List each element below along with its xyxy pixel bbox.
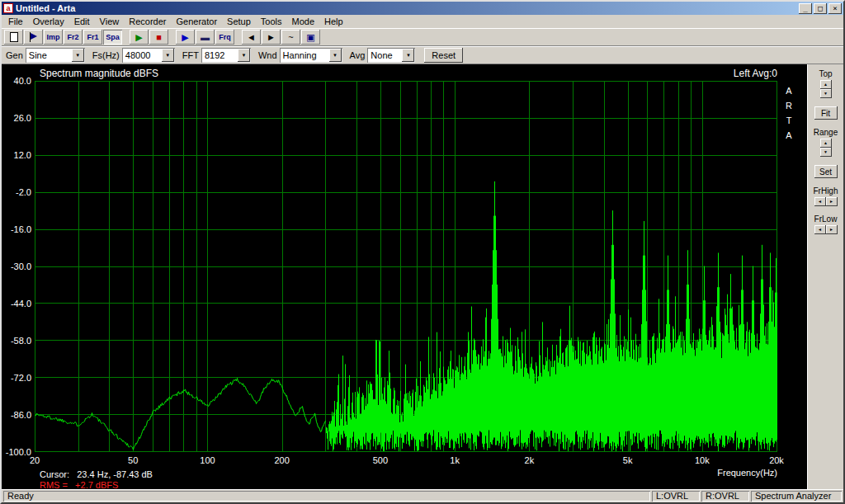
- top-up-button[interactable]: ▲: [820, 80, 832, 89]
- fft-select-value: 8192: [201, 50, 237, 60]
- frlow-label: FrLow: [814, 214, 838, 224]
- x-tick-label: 100: [200, 455, 215, 465]
- flag-icon: [29, 32, 38, 42]
- fft-label: FFT: [182, 50, 199, 60]
- title-bar[interactable]: a Untitled - Arta _ □ ×: [2, 2, 843, 15]
- wnd-label: Wnd: [258, 50, 277, 60]
- overlay-window-button[interactable]: ▣: [301, 30, 320, 45]
- y-tick-label: 26.0: [2, 113, 31, 123]
- minimize-button[interactable]: _: [799, 3, 812, 14]
- avg-select-value: None: [367, 50, 401, 60]
- frhigh-left-button[interactable]: ◄: [814, 197, 826, 206]
- x-tick-label: 50: [128, 455, 138, 465]
- menu-file[interactable]: File: [3, 16, 28, 27]
- y-tick-label: -100.0: [2, 447, 31, 457]
- wave-view-button[interactable]: ~: [281, 30, 300, 45]
- gen-stop-button[interactable]: ▬: [196, 30, 215, 45]
- menu-edit[interactable]: Edit: [69, 16, 95, 27]
- generate-button[interactable]: ▶: [176, 30, 195, 45]
- app-icon: a: [3, 3, 13, 13]
- y-tick-label: 40.0: [2, 76, 31, 86]
- frhigh-right-button[interactable]: ►: [826, 197, 838, 206]
- menu-mode[interactable]: Mode: [286, 16, 319, 27]
- y-tick-label: -44.0: [2, 299, 31, 309]
- menu-view[interactable]: View: [95, 16, 125, 27]
- menu-help[interactable]: Help: [319, 16, 348, 27]
- play-button[interactable]: ▶: [130, 30, 149, 45]
- right-control-panel: Top ▲ ▼ Fit Range ▲ ▼ Set FrHigh ◄ ► FrL…: [807, 64, 843, 489]
- marker-left-button[interactable]: ◄: [242, 30, 261, 45]
- x-tick-label: 500: [373, 455, 388, 465]
- settings-toolbar: Gen Sine ▼ Fs(Hz) 48000 ▼ FFT 8192 ▼ Wnd…: [2, 46, 843, 64]
- frhigh-spinner: ◄ ►: [814, 197, 838, 206]
- avg-select[interactable]: None ▼: [367, 48, 415, 63]
- gen-label: Gen: [6, 50, 23, 60]
- set-button[interactable]: Set: [814, 165, 838, 178]
- y-tick-label: -30.0: [2, 261, 31, 271]
- range-up-button[interactable]: ▲: [820, 139, 832, 148]
- imp-mode-button[interactable]: Imp: [44, 30, 63, 45]
- status-mode: Spectrum Analyzer: [751, 491, 842, 502]
- freq-counter-button[interactable]: Frq: [215, 30, 234, 45]
- marker-right-button[interactable]: ►: [262, 30, 281, 45]
- fit-button[interactable]: Fit: [814, 106, 838, 120]
- menu-recorder[interactable]: Recorder: [124, 16, 171, 27]
- maximize-button[interactable]: □: [814, 3, 827, 14]
- spectrum-plot[interactable]: [35, 81, 777, 452]
- generator-flag-button[interactable]: [24, 30, 43, 45]
- fr2-mode-button[interactable]: Fr2: [64, 30, 83, 45]
- frlow-left-button[interactable]: ◄: [814, 225, 826, 234]
- gen-select-value: Sine: [26, 50, 71, 60]
- frlow-right-button[interactable]: ►: [826, 225, 838, 234]
- status-message: Ready: [3, 491, 650, 502]
- range-spinner: ▲ ▼: [820, 139, 832, 157]
- reset-button[interactable]: Reset: [424, 48, 463, 63]
- range-down-button[interactable]: ▼: [820, 148, 832, 157]
- status-bar: Ready L:OVRL R:OVRL Spectrum Analyzer: [2, 489, 843, 502]
- y-tick-label: -72.0: [2, 373, 31, 383]
- fs-select[interactable]: 48000 ▼: [122, 48, 175, 63]
- plot-channel-info: Left Avg:0: [579, 68, 777, 79]
- window-title: Untitled - Arta: [16, 3, 797, 13]
- gen-select-arrow-icon[interactable]: ▼: [72, 49, 84, 62]
- range-label: Range: [814, 128, 838, 137]
- plot-title: Spectrum magnitude dBFS: [40, 68, 158, 79]
- fs-select-arrow-icon[interactable]: ▼: [162, 49, 174, 62]
- menu-overlay[interactable]: Overlay: [28, 16, 69, 27]
- menu-generator[interactable]: Generator: [172, 16, 223, 27]
- spa-mode-button[interactable]: Spa: [103, 30, 122, 45]
- fft-select-arrow-icon[interactable]: ▼: [238, 49, 250, 62]
- cursor-readout: Cursor: 23.4 Hz, -87.43 dB: [40, 469, 153, 479]
- wnd-select[interactable]: Hanning ▼: [280, 48, 342, 63]
- wnd-select-arrow-icon[interactable]: ▼: [329, 49, 342, 62]
- menu-bar: FileOverlayEditViewRecorderGeneratorSetu…: [2, 15, 843, 28]
- y-tick-label: -16.0: [2, 224, 31, 234]
- close-button[interactable]: ×: [828, 3, 842, 14]
- fs-label: Fs(Hz): [92, 50, 120, 60]
- rms-readout: RMS = +2.7 dBFS: [40, 480, 118, 490]
- page-icon: [10, 32, 18, 42]
- arta-logo: ARTA: [784, 86, 794, 145]
- x-tick-label: 10k: [695, 455, 710, 465]
- menu-tools[interactable]: Tools: [256, 16, 287, 27]
- x-tick-label: 1k: [450, 455, 460, 465]
- x-tick-label: 20: [30, 455, 40, 465]
- fr1-mode-button[interactable]: Fr1: [83, 30, 102, 45]
- fft-select[interactable]: 8192 ▼: [201, 48, 251, 63]
- gen-select[interactable]: Sine ▼: [26, 48, 85, 63]
- top-label: Top: [819, 69, 832, 78]
- frhigh-label: FrHigh: [813, 186, 838, 195]
- y-tick-label: 12.0: [2, 150, 31, 160]
- menu-setup[interactable]: Setup: [222, 16, 256, 27]
- top-down-button[interactable]: ▼: [820, 89, 832, 98]
- fs-select-value: 48000: [122, 50, 161, 60]
- status-right-overload: R:OVRL: [701, 491, 749, 502]
- top-spinner: ▲ ▼: [820, 80, 832, 98]
- stop-button[interactable]: ■: [149, 30, 168, 45]
- x-tick-label: 200: [274, 455, 289, 465]
- avg-select-arrow-icon[interactable]: ▼: [402, 49, 414, 62]
- x-tick-label: 20k: [769, 455, 784, 465]
- y-tick-label: -2.0: [2, 187, 31, 197]
- main-area: Spectrum magnitude dBFS Left Avg:0 40.02…: [2, 64, 843, 489]
- new-file-button[interactable]: [4, 30, 23, 45]
